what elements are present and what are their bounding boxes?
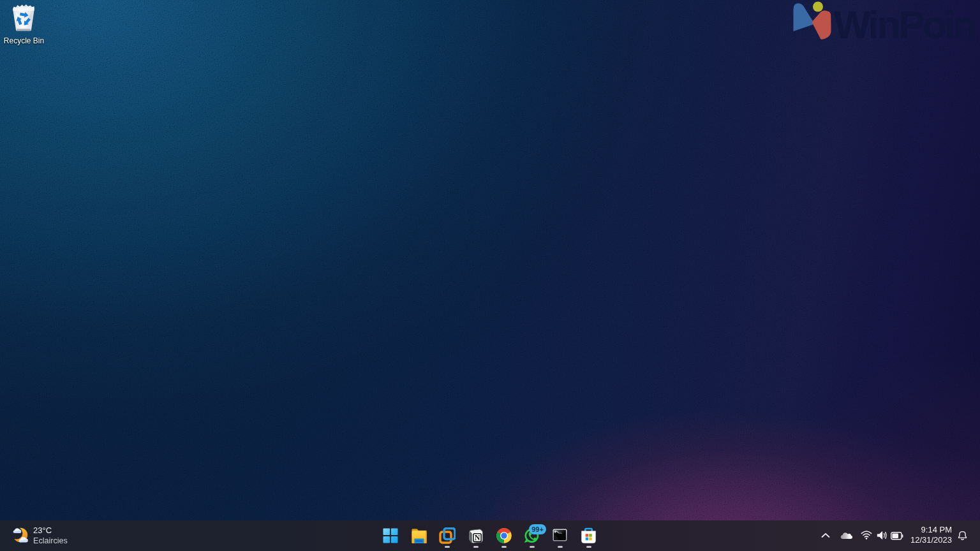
svg-text:N: N	[475, 533, 480, 542]
